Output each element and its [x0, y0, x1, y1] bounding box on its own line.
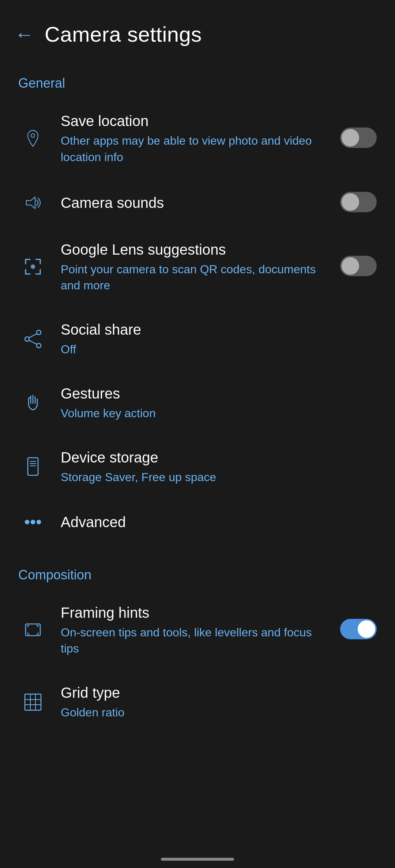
item-subtitle-device-storage: Storage Saver, Free up space: [61, 469, 377, 486]
dots-icon-wrap: [18, 512, 48, 532]
svg-point-14: [37, 520, 41, 524]
item-subtitle-social-share: Off: [61, 341, 377, 358]
toggle-wrap-google-lens: [340, 256, 377, 278]
gesture-icon: [23, 392, 43, 413]
section-header-general: General: [0, 61, 395, 98]
settings-item-advanced[interactable]: Advanced: [0, 499, 395, 545]
svg-point-2: [32, 266, 34, 267]
item-title-camera-sounds: Camera sounds: [61, 193, 333, 212]
item-subtitle-grid-type: Golden ratio: [61, 704, 377, 721]
location-icon: [23, 128, 43, 149]
settings-item-grid-type[interactable]: Grid typeGolden ratio: [0, 670, 395, 734]
settings-item-camera-sounds[interactable]: Camera sounds: [0, 179, 395, 227]
item-content-google-lens: Google Lens suggestionsPoint your camera…: [61, 240, 333, 294]
item-title-save-location: Save location: [61, 111, 333, 130]
grid-icon: [23, 692, 43, 712]
settings-item-google-lens[interactable]: Google Lens suggestionsPoint your camera…: [0, 227, 395, 307]
location-icon-wrap: [18, 128, 48, 149]
item-subtitle-save-location: Other apps may be able to view photo and…: [61, 133, 333, 165]
toggle-save-location[interactable]: [340, 127, 377, 148]
more-dots-icon: [23, 512, 43, 532]
settings-item-device-storage[interactable]: Device storageStorage Saver, Free up spa…: [0, 435, 395, 499]
svg-line-6: [29, 334, 37, 338]
item-title-social-share: Social share: [61, 320, 377, 339]
item-title-google-lens: Google Lens suggestions: [61, 240, 333, 259]
item-content-framing-hints: Framing hintsOn-screen tips and tools, l…: [61, 603, 333, 657]
item-content-social-share: Social shareOff: [61, 320, 377, 358]
framing-icon: [23, 620, 43, 640]
toggle-knob-save-location: [342, 129, 359, 146]
svg-marker-0: [26, 197, 35, 209]
back-button[interactable]: ←: [15, 23, 34, 45]
item-subtitle-google-lens: Point your camera to scan QR codes, docu…: [61, 261, 333, 294]
toggle-knob-framing-hints: [358, 620, 375, 638]
svg-point-13: [31, 520, 35, 524]
item-subtitle-gestures: Volume key action: [61, 405, 377, 422]
settings-item-framing-hints[interactable]: Framing hintsOn-screen tips and tools, l…: [0, 590, 395, 670]
settings-item-gestures[interactable]: GesturesVolume key action: [0, 371, 395, 435]
svg-line-7: [29, 340, 37, 344]
toggle-knob-camera-sounds: [342, 193, 359, 211]
item-content-advanced: Advanced: [61, 513, 377, 532]
toggle-camera-sounds[interactable]: [340, 192, 377, 212]
toggle-framing-hints[interactable]: [340, 619, 377, 639]
toggle-wrap-framing-hints: [340, 619, 377, 641]
lens-icon: [23, 256, 43, 277]
toggle-google-lens[interactable]: [340, 256, 377, 276]
sound-icon-wrap: [18, 193, 48, 213]
share-icon-wrap: [18, 329, 48, 349]
toggle-wrap-camera-sounds: [340, 192, 377, 214]
page-title: Camera settings: [45, 22, 202, 46]
svg-point-12: [25, 520, 29, 524]
item-title-grid-type: Grid type: [61, 683, 377, 702]
grid-icon-wrap: [18, 692, 48, 712]
item-content-gestures: GesturesVolume key action: [61, 384, 377, 422]
sound-icon: [23, 193, 43, 213]
item-subtitle-framing-hints: On-screen tips and tools, like levellers…: [61, 624, 333, 657]
item-title-gestures: Gestures: [61, 384, 377, 403]
lens-icon-wrap: [18, 256, 48, 277]
bottom-navigation-bar: [161, 858, 234, 861]
item-content-camera-sounds: Camera sounds: [61, 193, 333, 212]
settings-item-save-location[interactable]: Save locationOther apps may be able to v…: [0, 98, 395, 179]
storage-icon-wrap: [18, 456, 48, 477]
gesture-icon-wrap: [18, 392, 48, 413]
item-title-framing-hints: Framing hints: [61, 603, 333, 622]
frame-icon-wrap: [18, 620, 48, 640]
share-icon: [23, 329, 43, 349]
header: ← Camera settings: [0, 0, 395, 61]
item-content-device-storage: Device storageStorage Saver, Free up spa…: [61, 448, 377, 486]
item-content-grid-type: Grid typeGolden ratio: [61, 683, 377, 721]
svg-rect-16: [25, 694, 41, 710]
toggle-wrap-save-location: [340, 127, 377, 149]
item-content-save-location: Save locationOther apps may be able to v…: [61, 111, 333, 165]
svg-point-5: [25, 337, 29, 341]
svg-point-3: [37, 330, 41, 335]
svg-rect-8: [28, 458, 38, 475]
item-title-advanced: Advanced: [61, 513, 377, 532]
section-header-composition: Composition: [0, 553, 395, 590]
svg-point-4: [37, 343, 41, 348]
item-title-device-storage: Device storage: [61, 448, 377, 467]
storage-icon: [23, 456, 43, 477]
settings-item-social-share[interactable]: Social shareOff: [0, 307, 395, 371]
toggle-knob-google-lens: [342, 257, 359, 275]
